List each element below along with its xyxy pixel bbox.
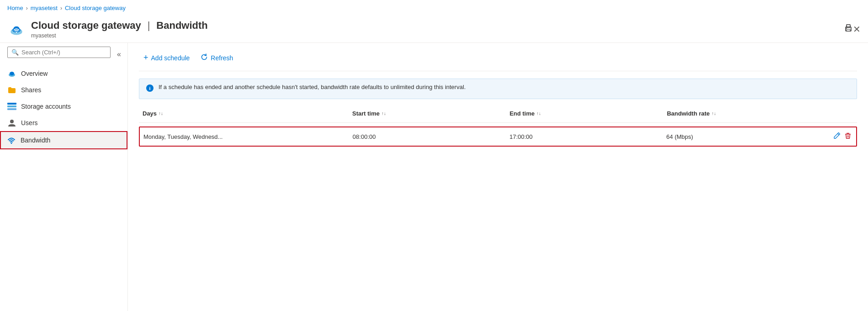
svg-point-9 xyxy=(10,72,14,75)
table-row: Monday, Tuesday, Wednesd... 08:00:00 17:… xyxy=(139,127,857,147)
print-icon[interactable] xyxy=(844,24,853,35)
header-page-name: Bandwidth xyxy=(156,20,207,31)
edit-button[interactable] xyxy=(833,132,841,141)
sort-bandwidth-icon[interactable]: ↑↓ xyxy=(712,111,716,116)
svg-point-3 xyxy=(16,32,17,33)
add-schedule-label: Add schedule xyxy=(151,54,190,62)
sidebar-item-users[interactable]: Users xyxy=(0,115,127,131)
sort-end-time-icon[interactable]: ↑↓ xyxy=(536,111,541,116)
svg-rect-11 xyxy=(7,105,16,107)
sidebar-item-storage-accounts-label: Storage accounts xyxy=(21,103,71,110)
page-title: Cloud storage gateway | Bandwidth xyxy=(31,20,838,32)
info-bar: i If a schedule has ended and another sc… xyxy=(139,79,857,99)
sidebar-item-overview[interactable]: Overview xyxy=(0,65,127,82)
search-input[interactable] xyxy=(21,49,106,56)
header-subtitle: myasetest xyxy=(31,32,838,39)
svg-point-13 xyxy=(10,120,14,123)
main-panel: + Add schedule Refresh xyxy=(128,43,868,311)
search-icon: 🔍 xyxy=(11,49,19,56)
sort-days-icon[interactable]: ↑↓ xyxy=(159,111,163,116)
sidebar-item-users-label: Users xyxy=(21,119,38,127)
delete-button[interactable] xyxy=(844,132,852,141)
breadcrumb-sep2: › xyxy=(60,5,62,11)
header-icon xyxy=(7,20,26,38)
breadcrumb-current[interactable]: Cloud storage gateway xyxy=(65,5,126,11)
refresh-label: Refresh xyxy=(211,54,233,62)
sidebar-item-shares[interactable]: Shares xyxy=(0,82,127,98)
sidebar-item-shares-label: Shares xyxy=(21,86,41,94)
sidebar-item-overview-label: Overview xyxy=(21,70,48,77)
col-end-time: End time ↑↓ xyxy=(506,108,663,119)
breadcrumb-resource[interactable]: myasetest xyxy=(31,5,58,11)
row-start-time: 08:00:00 xyxy=(349,127,506,146)
row-actions xyxy=(820,127,856,146)
header-title-group: Cloud storage gateway | Bandwidth myaset… xyxy=(31,20,838,39)
sidebar-item-bandwidth-label: Bandwidth xyxy=(21,137,50,144)
refresh-button[interactable]: Refresh xyxy=(196,51,238,65)
breadcrumb-home[interactable]: Home xyxy=(7,5,23,11)
row-end-time: 17:00:00 xyxy=(506,127,662,146)
user-icon xyxy=(7,118,16,127)
svg-rect-12 xyxy=(7,108,16,110)
storage-icon xyxy=(7,102,16,111)
sidebar: 🔍 « Overview xyxy=(0,43,128,311)
table-header: Days ↑↓ Start time ↑↓ End time ↑↓ Bandwi… xyxy=(139,108,857,123)
svg-rect-18 xyxy=(847,133,849,134)
cloud-icon xyxy=(7,69,16,78)
toolbar: + Add schedule Refresh xyxy=(139,50,857,71)
svg-point-7 xyxy=(846,28,847,29)
search-box[interactable]: 🔍 xyxy=(7,47,111,58)
col-start-time: Start time ↑↓ xyxy=(349,108,506,119)
refresh-icon xyxy=(201,53,208,62)
page-header: Cloud storage gateway | Bandwidth myaset… xyxy=(0,16,868,43)
col-bandwidth-rate: Bandwidth rate ↑↓ xyxy=(663,108,820,119)
sidebar-item-bandwidth[interactable]: Bandwidth xyxy=(0,131,127,149)
header-pipe: | xyxy=(148,20,150,31)
close-icon[interactable]: ✕ xyxy=(853,24,861,35)
plus-icon: + xyxy=(143,53,148,63)
sidebar-item-storage-accounts[interactable]: Storage accounts xyxy=(0,98,127,115)
svg-text:i: i xyxy=(149,85,150,91)
svg-rect-6 xyxy=(847,29,850,31)
info-text: If a schedule has ended and another sche… xyxy=(159,84,466,90)
row-bandwidth-rate: 64 (Mbps) xyxy=(663,127,820,146)
svg-rect-10 xyxy=(7,103,16,105)
wifi-icon xyxy=(7,136,16,145)
svg-point-14 xyxy=(11,142,12,144)
add-schedule-button[interactable]: + Add schedule xyxy=(139,50,194,65)
content-area: 🔍 « Overview xyxy=(0,43,868,311)
sort-start-time-icon[interactable]: ↑↓ xyxy=(381,111,386,116)
col-days: Days ↑↓ xyxy=(139,108,349,119)
breadcrumb-sep1: › xyxy=(26,5,28,11)
row-days: Monday, Tuesday, Wednesd... xyxy=(140,127,349,146)
collapse-button[interactable]: « xyxy=(114,49,124,59)
bandwidth-table: Days ↑↓ Start time ↑↓ End time ↑↓ Bandwi… xyxy=(139,108,857,147)
info-icon: i xyxy=(146,84,154,94)
col-actions xyxy=(820,108,857,119)
svg-rect-17 xyxy=(845,134,851,135)
header-resource-name: Cloud storage gateway xyxy=(31,20,141,31)
breadcrumb: Home › myasetest › Cloud storage gateway xyxy=(0,0,868,16)
folder-icon xyxy=(7,85,16,95)
